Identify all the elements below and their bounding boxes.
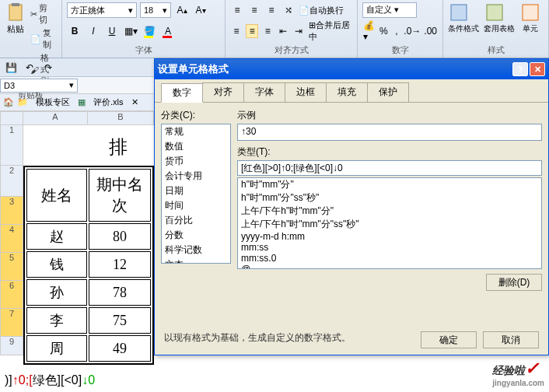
row-header[interactable]: 6 xyxy=(0,281,23,309)
type-item[interactable]: mm:ss.0 xyxy=(238,253,541,264)
dialog-title: 设置单元格格式 xyxy=(158,62,229,76)
fill-color-button[interactable]: 🪣 xyxy=(142,23,157,39)
number-format-combo[interactable]: 自定义 ▾ xyxy=(362,2,417,18)
file-tab[interactable]: 评价.xls xyxy=(89,95,128,110)
border-button[interactable]: ▦▾ xyxy=(123,23,138,39)
type-input[interactable] xyxy=(237,160,542,176)
align-right-button[interactable]: ≡ xyxy=(261,24,274,38)
align-top-button[interactable]: ≡ xyxy=(230,3,244,17)
tab-protection[interactable]: 保护 xyxy=(367,82,409,102)
tab-border[interactable]: 边框 xyxy=(285,82,327,102)
category-item[interactable]: 会计专用 xyxy=(162,169,230,184)
category-item[interactable]: 时间 xyxy=(162,198,230,213)
select-all-corner[interactable] xyxy=(0,111,23,125)
svg-rect-2 xyxy=(451,5,467,20)
row-header[interactable]: 5 xyxy=(0,253,23,281)
close-tab-icon[interactable]: ✕ xyxy=(131,97,138,107)
category-item[interactable]: 文本 xyxy=(162,257,230,264)
increase-decimal-button[interactable]: .0→ xyxy=(404,23,420,39)
comma-button[interactable]: , xyxy=(392,23,402,39)
table-style-icon xyxy=(484,2,505,23)
font-name-combo[interactable]: 方正姚体▾ xyxy=(67,2,137,18)
align-center-button[interactable]: ≡ xyxy=(246,24,258,38)
table-style-button[interactable]: 套用表格 xyxy=(484,2,515,34)
type-item[interactable]: h"时"mm"分" xyxy=(238,178,541,191)
align-left-button[interactable]: ≡ xyxy=(230,24,243,38)
column-header-b[interactable]: B xyxy=(88,111,154,125)
table-header[interactable]: 期中名次 xyxy=(89,169,151,222)
type-item[interactable]: yyyy-m-d h:mm xyxy=(238,231,541,242)
type-item[interactable]: 上午/下午h"时"mm"分" xyxy=(238,205,541,218)
dialog-tabs: 数字 对齐 字体 边框 填充 保护 xyxy=(155,79,548,103)
percent-button[interactable]: % xyxy=(379,23,389,39)
category-label: 分类(C): xyxy=(161,109,231,122)
italic-button[interactable]: I xyxy=(86,23,101,39)
name-box[interactable]: D3▾ xyxy=(0,79,78,93)
decrease-font-button[interactable]: A▾ xyxy=(193,2,208,18)
template-tab[interactable]: 模板专区 xyxy=(31,95,75,110)
currency-button[interactable]: 💰▾ xyxy=(362,23,376,39)
watermark: 经验啦✓ jingyanla.com xyxy=(492,359,544,387)
type-item[interactable]: @ xyxy=(238,264,541,269)
row-header[interactable]: 2 xyxy=(0,166,23,197)
help-button[interactable]: ? xyxy=(512,62,528,76)
type-item[interactable]: mm:ss xyxy=(238,242,541,253)
category-list[interactable]: 常规 数值 货币 会计专用 日期 时间 百分比 分数 科学记数 文本 特殊 自定… xyxy=(161,124,231,264)
table-header[interactable]: 姓名 xyxy=(26,169,87,222)
undo-button[interactable]: ↶ xyxy=(22,60,37,75)
chevron-down-icon: ▾ xyxy=(128,5,133,16)
increase-indent-button[interactable]: ⇥ xyxy=(292,24,305,38)
decrease-decimal-button[interactable]: .00 xyxy=(423,23,438,39)
category-item[interactable]: 常规 xyxy=(162,124,230,139)
ok-button[interactable]: 确定 xyxy=(421,331,477,348)
type-item[interactable]: h"时"mm"分"ss"秒" xyxy=(238,191,541,205)
red-up-arrow: ↑0;[ xyxy=(12,373,33,387)
tab-font[interactable]: 字体 xyxy=(243,82,285,102)
dialog-titlebar[interactable]: 设置单元格格式 ? ✕ xyxy=(155,59,548,79)
clipboard-group: 粘贴 ✂剪切 📄复制 🖌格式刷 剪贴板 xyxy=(0,0,62,58)
title-cell[interactable]: 排 xyxy=(109,135,128,159)
category-item[interactable]: 货币 xyxy=(162,154,230,169)
bold-button[interactable]: B xyxy=(67,23,82,39)
align-middle-button[interactable]: ≡ xyxy=(247,3,261,17)
increase-font-button[interactable]: A▴ xyxy=(174,2,190,18)
redo-button[interactable]: ↷ xyxy=(40,60,56,75)
row-header[interactable]: 3 xyxy=(0,197,23,225)
cut-button[interactable]: ✂剪切 xyxy=(28,2,57,26)
category-item[interactable]: 分数 xyxy=(162,228,230,243)
cell-style-button[interactable]: 单元 xyxy=(519,2,541,34)
orientation-button[interactable]: ⤭ xyxy=(281,3,295,17)
svg-rect-1 xyxy=(12,3,19,6)
home-icon[interactable]: 🏠 xyxy=(3,97,14,107)
tab-alignment[interactable]: 对齐 xyxy=(202,82,244,102)
type-list[interactable]: h"时"mm"分" h"时"mm"分"ss"秒" 上午/下午h"时"mm"分" … xyxy=(237,177,542,269)
merge-button[interactable]: ⊞合并后居中 xyxy=(309,19,352,43)
font-color-button[interactable]: A xyxy=(160,23,176,39)
close-button[interactable]: ✕ xyxy=(530,62,545,76)
row-header[interactable]: 4 xyxy=(0,225,23,253)
underline-button[interactable]: U xyxy=(104,23,120,39)
row-header[interactable]: 1 xyxy=(0,125,23,166)
tab-number[interactable]: 数字 xyxy=(161,83,203,103)
row-header[interactable]: 7 xyxy=(0,309,23,337)
decrease-indent-button[interactable]: ⇤ xyxy=(277,24,289,38)
tab-fill[interactable]: 填充 xyxy=(326,82,368,102)
svg-rect-0 xyxy=(9,5,22,20)
category-item[interactable]: 日期 xyxy=(162,184,230,198)
save-button[interactable]: 💾 xyxy=(3,60,19,75)
delete-button[interactable]: 删除(D) xyxy=(486,274,542,291)
folder-icon[interactable]: 📁 xyxy=(17,97,28,107)
category-item[interactable]: 百分比 xyxy=(162,213,230,228)
conditional-format-button[interactable]: 条件格式 xyxy=(448,2,479,34)
category-item[interactable]: 科学记数 xyxy=(162,243,230,257)
category-item[interactable]: 数值 xyxy=(162,139,230,154)
wrap-text-button[interactable]: 📄自动换行 xyxy=(299,5,344,16)
copy-button[interactable]: 📄复制 xyxy=(28,26,57,51)
font-size-combo[interactable]: 18▾ xyxy=(140,2,171,18)
cancel-button[interactable]: 取消 xyxy=(483,331,539,348)
column-header-a[interactable]: A xyxy=(23,111,88,125)
type-item[interactable]: 上午/下午h"时"mm"分"ss"秒" xyxy=(238,218,541,231)
row-header[interactable]: 9 xyxy=(0,337,23,355)
align-bottom-button[interactable]: ≡ xyxy=(264,3,278,17)
conditional-format-icon xyxy=(448,2,470,23)
